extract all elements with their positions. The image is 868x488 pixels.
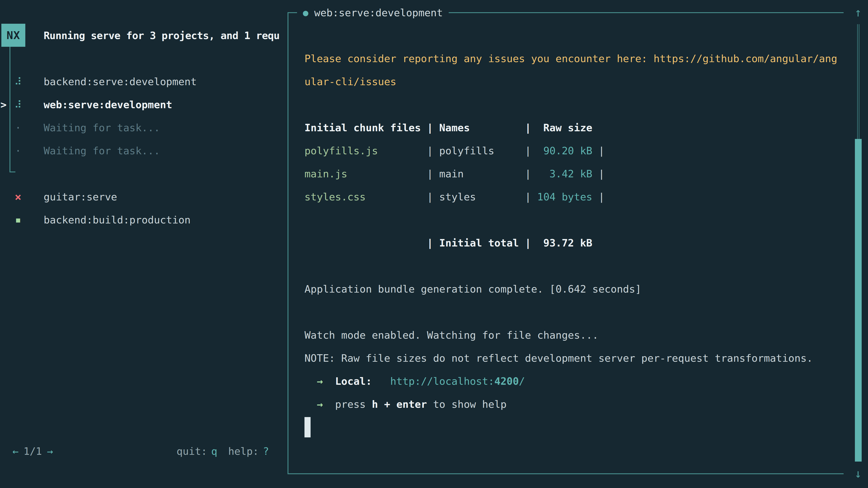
text-segment: 104 bytes (537, 191, 592, 203)
panel-title-bar: ● web:serve:development (287, 1, 844, 24)
terminal-line: Please consider reporting any issues you… (305, 47, 837, 70)
terminal-line (305, 208, 837, 232)
terminal-line: Application bundle generation complete. … (305, 278, 837, 301)
text-segment: | Initial total | 93.72 kB (305, 237, 592, 249)
terminal-line (305, 301, 837, 324)
text-segment (323, 375, 335, 387)
text-segment: main.js (305, 168, 347, 180)
sidebar-item-backend-build-production[interactable]: ■backend:build:production (0, 208, 287, 232)
text-segment: | (476, 191, 537, 203)
sidebar-items: ⠼backend:serve:development>⠼web:serve:de… (0, 70, 287, 232)
status-bullet-icon: ● (303, 7, 308, 18)
sidebar-footer: ← 1/1 → quit: q help: ? (12, 440, 269, 463)
terminal-line: main.js | main | 3.42 kB | (305, 162, 837, 186)
panel-border (287, 12, 288, 474)
terminal-line (305, 93, 837, 116)
text-segment: NOTE: Raw file sizes do not reflect deve… (305, 352, 813, 364)
text-segment: | (592, 168, 604, 180)
spinner-icon: ⠼ (13, 93, 23, 116)
text-segment: to show help (427, 398, 506, 410)
arrow-icon: → (317, 375, 323, 387)
local-url[interactable]: http://localhost: (390, 375, 494, 387)
terminal-cursor (305, 417, 311, 437)
text-segment (323, 398, 335, 410)
quit-hint-label: quit: (177, 445, 207, 457)
panel-border (287, 473, 844, 474)
terminal-screen: NX Running serve for 3 projects, and 1 r… (0, 0, 868, 488)
pager-prev-arrow-icon[interactable]: ← (12, 445, 19, 457)
text-segment: Watch mode enabled. Watching for file ch… (305, 329, 598, 341)
task-label: backend:serve:development (43, 70, 197, 93)
scroll-down-arrow-icon[interactable]: ↓ (852, 464, 864, 483)
cross-icon: × (13, 186, 23, 208)
dot-icon: · (13, 116, 23, 139)
sidebar-item-web-serve-development[interactable]: >⠼web:serve:development (0, 93, 287, 116)
task-label: backend:build:production (43, 208, 191, 232)
text-segment: press (335, 398, 372, 410)
text-segment: h + enter (372, 398, 427, 410)
square-icon: ■ (13, 208, 23, 232)
arrow-icon: → (317, 398, 323, 410)
pager-position: 1/1 (24, 445, 42, 457)
text-segment: | (366, 191, 439, 203)
text-segment (305, 398, 317, 410)
selected-marker-icon: > (0, 93, 6, 116)
quit-key: q (211, 445, 217, 457)
text-segment: polyfills (439, 145, 494, 157)
task-label: Waiting for task... (43, 139, 160, 162)
terminal-line: → press h + enter to show help (305, 393, 837, 416)
text-segment: ular-cli/issues (305, 76, 396, 88)
text-segment: | (347, 168, 439, 180)
text-segment: | (464, 168, 537, 180)
nx-logo: NX (1, 24, 25, 47)
text-segment (372, 375, 390, 387)
text-segment: | (592, 145, 604, 157)
sidebar-item-backend-serve-development[interactable]: ⠼backend:serve:development (0, 70, 287, 93)
pager-next-arrow-icon[interactable]: → (47, 445, 53, 457)
terminal-line: polyfills.js | polyfills | 90.20 kB | (305, 139, 837, 162)
scroll-up-arrow-icon[interactable]: ↑ (852, 3, 864, 22)
text-segment: Initial chunk files | Names | Raw size (305, 122, 592, 134)
task-label: guitar:serve (43, 186, 117, 208)
task-label: Waiting for task... (43, 116, 160, 139)
text-segment: styles.css (305, 191, 366, 203)
local-url[interactable]: / (519, 375, 525, 387)
spinner-icon: ⠼ (13, 70, 23, 93)
text-segment: 90.20 kB (537, 145, 592, 157)
sidebar-item-waiting-for-task[interactable]: ·Waiting for task... (0, 116, 287, 139)
scrollbar-thumb[interactable] (855, 139, 862, 462)
help-key: ? (263, 445, 269, 457)
terminal-line (305, 255, 837, 278)
terminal-line: → Local: http://localhost:4200/ (305, 370, 837, 393)
sidebar-item-waiting-for-task[interactable]: ·Waiting for task... (0, 139, 287, 162)
sidebar-spacer (0, 162, 287, 186)
border-segment (287, 12, 297, 13)
help-hint-label: help: (228, 445, 258, 457)
sidebar-item-guitar-serve[interactable]: ×guitar:serve (0, 186, 287, 208)
text-segment: Please consider reporting any issues you… (305, 53, 837, 65)
text-segment: | (592, 191, 604, 203)
pager: ← 1/1 → (12, 445, 53, 457)
text-segment (305, 375, 317, 387)
panel-title: web:serve:development (314, 7, 443, 19)
text-segment: | (378, 145, 439, 157)
text-segment: styles (439, 191, 476, 203)
local-url-port[interactable]: 4200 (494, 375, 519, 387)
terminal-line: Watch mode enabled. Watching for file ch… (305, 324, 837, 347)
border-segment (449, 12, 844, 13)
terminal-line: ular-cli/issues (305, 70, 837, 93)
terminal-line (305, 416, 837, 439)
text-segment: polyfills.js (305, 145, 378, 157)
terminal-line: Initial chunk files | Names | Raw size (305, 116, 837, 139)
text-segment: main (439, 168, 464, 180)
text-segment: Local: (335, 375, 372, 387)
text-segment: Application bundle generation complete. … (305, 283, 641, 295)
text-segment: | (494, 145, 537, 157)
terminal-line: styles.css | styles | 104 bytes | (305, 186, 837, 208)
text-segment: 3.42 kB (537, 168, 592, 180)
task-label: web:serve:development (43, 93, 172, 116)
keyboard-hints: quit: q help: ? (177, 445, 269, 457)
sidebar-title: Running serve for 3 projects, and 1 requ (43, 24, 287, 47)
dot-icon: · (13, 139, 23, 162)
terminal-line: NOTE: Raw file sizes do not reflect deve… (305, 347, 837, 370)
